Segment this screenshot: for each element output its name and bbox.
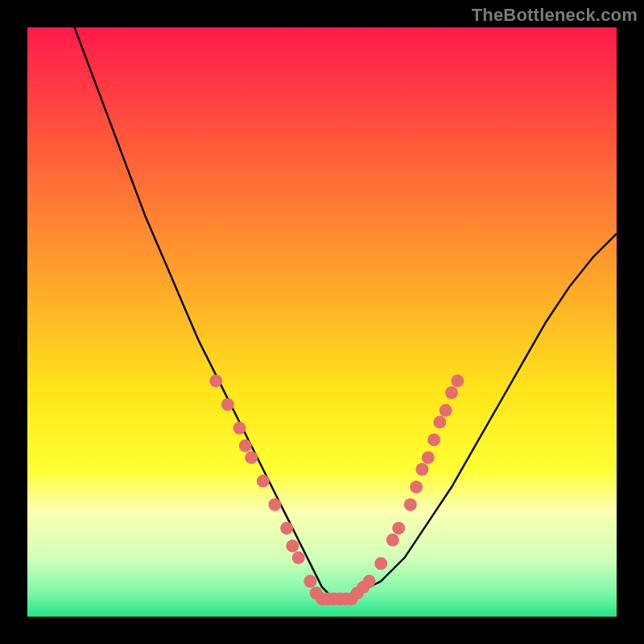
curve-markers bbox=[209, 374, 464, 605]
attribution-watermark: TheBottleneck.com bbox=[472, 5, 638, 26]
curve-marker bbox=[280, 522, 293, 535]
bottleneck-curve bbox=[75, 27, 617, 599]
bottleneck-chart bbox=[27, 27, 617, 617]
curve-marker bbox=[410, 481, 423, 493]
curve-marker bbox=[451, 374, 464, 387]
curve-marker bbox=[422, 451, 435, 464]
curve-marker bbox=[374, 557, 387, 570]
curve-marker bbox=[404, 498, 417, 511]
curve-marker bbox=[433, 415, 446, 428]
curve-marker bbox=[221, 398, 234, 411]
plot-area bbox=[27, 27, 617, 617]
curve-marker bbox=[392, 522, 405, 535]
curve-marker bbox=[268, 498, 281, 511]
curve-marker bbox=[386, 534, 399, 547]
curve-marker bbox=[209, 374, 222, 387]
curve-marker bbox=[239, 440, 252, 452]
curve-marker bbox=[303, 575, 316, 588]
curve-marker bbox=[440, 404, 452, 417]
curve-marker bbox=[233, 422, 246, 435]
curve-marker bbox=[427, 433, 440, 446]
curve-marker bbox=[286, 539, 299, 552]
chart-frame: TheBottleneck.com bbox=[0, 0, 644, 644]
curve-marker bbox=[292, 551, 305, 564]
curve-marker bbox=[245, 451, 258, 464]
curve-marker bbox=[415, 463, 428, 476]
curve-marker bbox=[257, 475, 270, 488]
curve-marker bbox=[445, 386, 458, 399]
curve-marker bbox=[363, 575, 376, 588]
